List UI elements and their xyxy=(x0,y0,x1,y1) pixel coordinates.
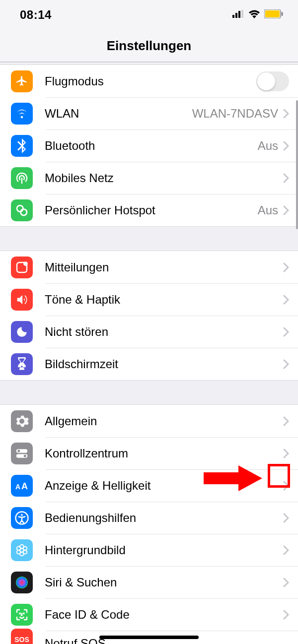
chevron-right-icon xyxy=(283,205,289,215)
svg-rect-3 xyxy=(241,10,243,18)
svg-point-23 xyxy=(23,546,27,550)
svg-point-27 xyxy=(20,613,21,614)
cellular-signal-icon xyxy=(232,10,244,20)
wallpaper-icon xyxy=(11,539,33,561)
row-controlcenter[interactable]: Kontrollzentrum xyxy=(0,437,298,469)
sounds-icon xyxy=(11,289,33,311)
row-accessibility[interactable]: Bedienungshilfen xyxy=(0,502,298,534)
row-label: Persönlicher Hotspot xyxy=(45,203,258,217)
chevron-right-icon xyxy=(283,327,289,337)
wifi-icon xyxy=(11,103,33,125)
battery-icon xyxy=(264,9,283,20)
row-general[interactable]: Allgemein xyxy=(0,405,298,437)
chevron-right-icon xyxy=(283,545,289,555)
moon-icon xyxy=(11,321,33,343)
row-screentime[interactable]: Bildschirmzeit xyxy=(0,348,298,380)
bluetooth-icon xyxy=(11,135,33,157)
row-label: Kontrollzentrum xyxy=(45,447,283,460)
svg-point-8 xyxy=(21,209,27,215)
chevron-right-icon xyxy=(283,109,289,119)
svg-point-18 xyxy=(21,514,23,515)
hotspot-icon xyxy=(11,199,33,221)
chevron-right-icon xyxy=(283,416,289,426)
svg-point-26 xyxy=(16,577,28,588)
row-label: Bluetooth xyxy=(45,139,258,153)
hourglass-icon xyxy=(11,353,33,375)
row-notifications[interactable]: Mitteilungen xyxy=(0,251,298,283)
svg-point-24 xyxy=(17,550,21,554)
status-bar: 08:14 xyxy=(0,0,298,30)
cellular-icon xyxy=(11,167,33,189)
row-label: Hintergrundbild xyxy=(45,543,283,557)
svg-rect-2 xyxy=(238,11,240,18)
airplane-toggle[interactable] xyxy=(256,71,289,91)
svg-rect-5 xyxy=(265,10,280,17)
gear-icon xyxy=(11,410,33,432)
row-wallpaper[interactable]: Hintergrundbild xyxy=(0,534,298,566)
sos-icon: SOS xyxy=(11,629,33,644)
row-sounds[interactable]: Töne & Haptik xyxy=(0,283,298,316)
wifi-status-icon xyxy=(248,9,260,20)
text-size-icon: AA xyxy=(11,475,33,497)
row-cellular[interactable]: Mobiles Netz xyxy=(0,162,298,194)
row-label: Nicht stören xyxy=(45,325,283,339)
toggles-icon xyxy=(11,443,33,464)
row-value: Aus xyxy=(258,139,278,153)
svg-point-28 xyxy=(23,613,24,614)
chevron-right-icon xyxy=(283,173,289,183)
faceid-icon xyxy=(11,604,33,626)
notifications-icon xyxy=(11,257,33,278)
chevron-right-icon xyxy=(283,359,289,369)
row-wlan[interactable]: WLAN WLAN-7NDASV xyxy=(0,97,298,129)
row-bluetooth[interactable]: Bluetooth Aus xyxy=(0,129,298,162)
page-title: Einstellungen xyxy=(107,38,191,54)
svg-point-10 xyxy=(23,261,28,266)
svg-rect-0 xyxy=(232,15,234,18)
svg-point-13 xyxy=(17,450,20,452)
svg-text:A: A xyxy=(21,481,28,491)
row-label: WLAN xyxy=(45,107,192,121)
chevron-right-icon xyxy=(283,610,289,620)
row-airplane-mode[interactable]: Flugmodus xyxy=(0,65,298,97)
svg-rect-6 xyxy=(282,12,283,16)
row-value: WLAN-7NDASV xyxy=(192,107,278,121)
airplane-icon xyxy=(11,70,33,92)
row-label: Mitteilungen xyxy=(45,260,283,274)
row-label: Face ID & Code xyxy=(45,608,283,622)
annotation-highlight-box xyxy=(268,464,290,488)
svg-text:A: A xyxy=(15,483,20,491)
annotation-arrow xyxy=(204,465,262,491)
status-icons xyxy=(232,9,283,20)
row-label: Bedienungshilfen xyxy=(45,511,283,525)
row-label: Bildschirmzeit xyxy=(45,357,283,371)
svg-point-22 xyxy=(17,546,21,550)
row-label: Siri & Suchen xyxy=(45,576,283,589)
accessibility-icon xyxy=(11,507,33,529)
svg-rect-1 xyxy=(235,13,237,18)
svg-point-14 xyxy=(24,454,26,457)
row-siri[interactable]: Siri & Suchen xyxy=(0,566,298,598)
section-separator xyxy=(0,380,298,405)
row-value: Aus xyxy=(258,203,278,217)
chevron-right-icon xyxy=(283,449,289,458)
siri-icon xyxy=(11,572,33,593)
chevron-right-icon xyxy=(283,513,289,523)
home-indicator[interactable] xyxy=(99,636,199,639)
chevron-right-icon xyxy=(283,141,289,151)
scroll-indicator[interactable] xyxy=(296,100,298,229)
row-faceid[interactable]: Face ID & Code xyxy=(0,598,298,631)
svg-point-7 xyxy=(17,205,23,212)
chevron-right-icon xyxy=(283,578,289,587)
row-dnd[interactable]: Nicht stören xyxy=(0,316,298,348)
row-label: Allgemein xyxy=(45,414,283,428)
section-separator xyxy=(0,226,298,251)
row-hotspot[interactable]: Persönlicher Hotspot Aus xyxy=(0,194,298,226)
chevron-right-icon xyxy=(283,262,289,272)
status-time: 08:14 xyxy=(20,8,52,22)
row-label: Flugmodus xyxy=(45,74,256,88)
svg-point-25 xyxy=(23,550,27,554)
chevron-right-icon xyxy=(283,295,289,305)
row-label: Mobiles Netz xyxy=(45,171,283,185)
row-label: Töne & Haptik xyxy=(45,293,283,307)
page-header: Einstellungen xyxy=(0,30,298,62)
